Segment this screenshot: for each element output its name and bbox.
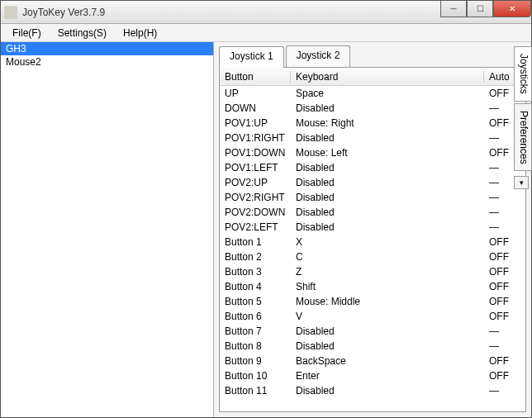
table-row[interactable]: POV2:DOWNDisabled— [220,205,525,220]
device-item[interactable]: Mouse2 [1,55,213,69]
main-panel: Joystick 1Joystick 2 Button Keyboard Aut… [214,42,531,417]
close-button[interactable]: ✕ [493,1,531,17]
cell-button: UP [220,88,291,99]
cell-keyboard: Disabled [291,340,484,352]
table-row[interactable]: POV1:UPMouse: RightOFF [220,116,525,131]
cell-keyboard: Disabled [291,221,484,233]
table-row[interactable]: Button 4ShiftOFF [220,279,525,294]
mapping-table: Button Keyboard Auto UPSpaceOFFDOWNDisab… [219,67,526,412]
window-title: JoyToKey Ver3.7.9 [22,7,105,18]
cell-keyboard: Shift [291,281,484,292]
device-item[interactable]: GH3 [1,42,213,55]
right-tab-joysticks[interactable]: Joysticks [514,46,532,102]
cell-keyboard: Enter [291,370,484,382]
right-tab-strip: Joysticks Preferences ▾ [514,46,532,189]
cell-button: Button 10 [220,370,291,382]
table-row[interactable]: Button 1XOFF [220,235,525,249]
cell-button: POV1:LEFT [220,162,291,173]
titlebar: JoyToKey Ver3.7.9 ─ ☐ ✕ [1,1,531,24]
cell-keyboard: Mouse: Left [291,147,484,159]
content-area: GH3Mouse2 Joystick 1Joystick 2 Button Ke… [1,42,531,417]
header-keyboard[interactable]: Keyboard [291,71,484,83]
cell-auto: OFF [484,281,525,292]
cell-keyboard: Space [291,88,484,99]
cell-keyboard: Disabled [291,132,484,144]
cell-button: Button 6 [220,311,291,322]
table-row[interactable]: Button 5Mouse: MiddleOFF [220,294,525,309]
cell-button: Button 1 [220,236,291,248]
cell-button: Button 9 [220,355,291,367]
cell-button: POV1:RIGHT [220,132,291,144]
cell-auto: OFF [484,370,525,382]
table-row[interactable]: Button 7Disabled— [220,324,525,339]
cell-button: Button 11 [220,385,291,397]
cell-button: Button 5 [220,296,291,307]
cell-auto: — [484,385,525,397]
table-row[interactable]: POV1:RIGHTDisabled— [220,131,525,145]
cell-auto: OFF [484,236,525,248]
cell-auto: — [484,340,525,352]
table-header: Button Keyboard Auto [220,68,525,86]
cell-button: Button 7 [220,325,291,337]
cell-keyboard: Disabled [291,177,484,188]
table-row[interactable]: DOWNDisabled— [220,101,525,116]
cell-keyboard: Disabled [291,192,484,203]
right-tab-more-icon[interactable]: ▾ [514,176,529,189]
joystick-tab[interactable]: Joystick 2 [286,45,351,67]
cell-auto: — [484,207,525,218]
cell-button: Button 4 [220,281,291,292]
cell-keyboard: Mouse: Middle [291,296,484,307]
cell-keyboard: BackSpace [291,355,484,367]
joystick-tab[interactable]: Joystick 1 [219,46,284,68]
table-row[interactable]: Button 2COFF [220,249,525,264]
cell-button: Button 3 [220,266,291,278]
cell-keyboard: Disabled [291,207,484,218]
right-tab-preferences[interactable]: Preferences [514,103,532,172]
cell-keyboard: Disabled [291,102,484,114]
cell-auto: OFF [484,296,525,307]
cell-keyboard: Z [291,266,484,278]
cell-auto: — [484,192,525,203]
table-row[interactable]: Button 6VOFF [220,309,525,324]
cell-keyboard: Disabled [291,325,484,337]
app-icon [4,6,17,19]
cell-button: POV1:DOWN [220,147,291,159]
menu-settings[interactable]: Settings(S) [50,26,115,40]
table-row[interactable]: POV2:UPDisabled— [220,175,525,190]
table-body[interactable]: UPSpaceOFFDOWNDisabled—POV1:UPMouse: Rig… [220,86,525,411]
cell-button: Button 2 [220,251,291,263]
table-row[interactable]: Button 11Disabled— [220,383,525,398]
window-controls: ─ ☐ ✕ [440,1,531,17]
joystick-tabs: Joystick 1Joystick 2 [219,45,531,67]
cell-button: DOWN [220,102,291,114]
cell-button: POV2:DOWN [220,207,291,218]
cell-keyboard: V [291,311,484,322]
cell-keyboard: C [291,251,484,263]
table-row[interactable]: UPSpaceOFF [220,86,525,101]
cell-button: POV1:UP [220,117,291,129]
menu-file[interactable]: File(F) [4,26,50,40]
header-button[interactable]: Button [220,71,291,83]
table-row[interactable]: POV1:LEFTDisabled— [220,160,525,175]
cell-button: POV2:RIGHT [220,192,291,203]
table-row[interactable]: POV1:DOWNMouse: LeftOFF [220,145,525,160]
table-row[interactable]: Button 9BackSpaceOFF [220,354,525,368]
minimize-button[interactable]: ─ [440,1,467,17]
cell-keyboard: Mouse: Right [291,117,484,129]
menubar: File(F) Settings(S) Help(H) [1,24,531,42]
table-row[interactable]: POV2:RIGHTDisabled— [220,190,525,205]
table-row[interactable]: Button 10EnterOFF [220,368,525,383]
maximize-button[interactable]: ☐ [467,1,493,17]
cell-auto: — [484,221,525,233]
device-list[interactable]: GH3Mouse2 [1,42,214,417]
table-row[interactable]: Button 3ZOFF [220,264,525,279]
table-row[interactable]: POV2:LEFTDisabled— [220,220,525,235]
cell-button: POV2:LEFT [220,221,291,233]
cell-auto: OFF [484,311,525,322]
table-row[interactable]: Button 8Disabled— [220,339,525,354]
cell-keyboard: X [291,236,484,248]
cell-auto: OFF [484,355,525,367]
cell-keyboard: Disabled [291,385,484,397]
cell-auto: — [484,325,525,337]
menu-help[interactable]: Help(H) [115,26,165,40]
